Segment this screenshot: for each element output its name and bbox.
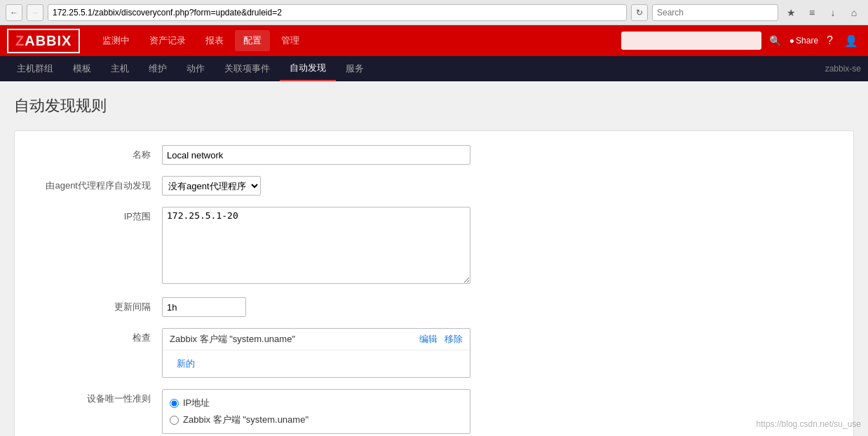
nav-config[interactable]: 配置 [235,30,270,51]
top-nav-right: 🔍 ● Share ? 👤 [621,32,861,50]
checks-control: Zabbix 客户端 "system.uname" 编辑 移除 新的 [162,328,832,378]
agent-select[interactable]: 没有agent代理程序 [162,176,261,196]
server-name: zabbix-se [825,64,861,74]
second-navigation: 主机群组 模板 主机 维护 动作 关联项事件 自动发现 服务 zabbix-se [0,56,868,81]
zabbix-logo: ZABBIX [7,29,80,53]
nav-admin[interactable]: 管理 [273,30,308,51]
checks-table: Zabbix 客户端 "system.uname" 编辑 移除 新的 [162,328,470,378]
nav-templates[interactable]: 模板 [63,56,101,81]
agent-row: 由agent代理程序自动发现 没有agent代理程序 [36,176,832,196]
nav-hostgroups[interactable]: 主机群组 [7,56,63,81]
nav-correlations[interactable]: 关联项事件 [215,56,280,81]
uniqueness-radio-ip[interactable] [170,399,179,408]
check-remove-link[interactable]: 移除 [445,333,463,346]
interval-control [162,297,832,317]
name-label: 名称 [36,145,162,161]
back-button[interactable]: ← [6,4,22,21]
search-icon[interactable]: 🔍 [767,32,784,49]
new-check-row: 新的 [163,350,470,377]
user-icon[interactable]: 👤 [841,32,861,50]
uniqueness-radio-zabbix[interactable] [170,416,179,425]
watermark: https://blog.csdn.net/su_use [757,419,861,429]
name-input[interactable] [162,145,470,165]
ip-range-row: IP范围 172.25.5.1-20 [36,207,832,286]
refresh-button[interactable]: ↻ [631,4,648,21]
uniqueness-box: IP地址 Zabbix 客户端 "system.uname" [162,389,470,434]
ip-range-textarea[interactable]: 172.25.5.1-20 [162,207,470,284]
nav-assets[interactable]: 资产记录 [141,30,194,51]
checks-label: 检查 [36,328,162,344]
page-title: 自动发现规则 [14,95,854,116]
nav-maintenance[interactable]: 维护 [139,56,177,81]
share-button[interactable]: ● Share [789,36,818,46]
uniqueness-row: 设备唯一性准则 IP地址 Zabbix 客户端 "system.uname" [36,389,832,434]
uniqueness-option-2: Zabbix 客户端 "system.uname" [170,414,463,426]
top-nav-links: 监测中 资产记录 报表 配置 管理 [94,30,621,51]
uniqueness-label-zabbix: Zabbix 客户端 "system.uname" [183,414,308,426]
nav-actions[interactable]: 动作 [177,56,215,81]
form-card: 名称 由agent代理程序自动发现 没有agent代理程序 IP范围 172.2… [14,130,854,436]
nav-autodiscovery[interactable]: 自动发现 [280,56,336,81]
uniqueness-option-1: IP地址 [170,397,463,409]
uniqueness-label-ip: IP地址 [183,397,210,409]
agent-control: 没有agent代理程序 [162,176,832,196]
uniqueness-label: 设备唯一性准则 [36,389,162,405]
check-name-1: Zabbix 客户端 "system.uname" [170,333,412,346]
ip-range-label: IP范围 [36,207,162,223]
check-edit-link[interactable]: 编辑 [419,333,438,346]
nav-hosts[interactable]: 主机 [101,56,139,81]
download-icon[interactable]: ↓ [825,4,841,21]
top-navigation: ZABBIX 监测中 资产记录 报表 配置 管理 🔍 ● Share ? 👤 [0,25,868,56]
bookmark-icon[interactable]: ★ [782,4,799,21]
browser-search-input[interactable] [652,4,778,21]
check-row-1: Zabbix 客户端 "system.uname" 编辑 移除 [163,329,470,350]
nav-monitoring[interactable]: 监测中 [94,30,138,51]
page-content: 自动发现规则 名称 由agent代理程序自动发现 没有agent代理程序 IP范… [0,81,868,436]
top-nav-search-input[interactable] [621,32,761,50]
nav-services[interactable]: 服务 [336,56,374,81]
uniqueness-control: IP地址 Zabbix 客户端 "system.uname" [162,389,832,434]
help-icon[interactable]: ? [824,32,836,50]
browser-chrome: ← → ↻ ★ ≡ ↓ ⌂ [0,0,868,25]
home-icon[interactable]: ⌂ [846,4,862,21]
interval-row: 更新间隔 [36,297,832,317]
interval-input[interactable] [162,297,246,317]
url-bar[interactable] [48,4,627,21]
ip-range-control: 172.25.5.1-20 [162,207,832,286]
nav-reports[interactable]: 报表 [197,30,232,51]
name-row: 名称 [36,145,832,165]
agent-label: 由agent代理程序自动发现 [36,176,162,192]
checks-row: 检查 Zabbix 客户端 "system.uname" 编辑 移除 新的 [36,328,832,378]
new-check-link[interactable]: 新的 [170,355,202,373]
name-control [162,145,832,165]
interval-label: 更新间隔 [36,297,162,313]
menu-icon[interactable]: ≡ [803,4,820,21]
forward-button[interactable]: → [27,4,43,21]
